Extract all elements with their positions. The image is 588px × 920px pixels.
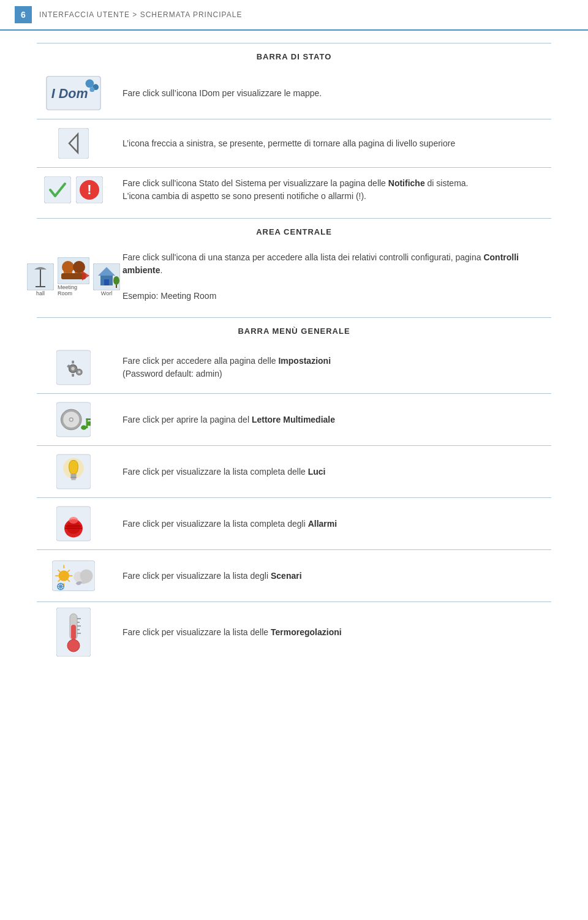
media-player-icon [56, 402, 91, 437]
section-barra-stato: BARRA DI STATO I Dom [37, 43, 551, 212]
svg-point-78 [67, 639, 80, 652]
row-settings: Fare click per accedere alla pagina dell… [37, 342, 551, 394]
svg-point-17 [62, 261, 74, 273]
text-scenari-bold: Scenari [271, 571, 302, 581]
text-settings: Fare click per accedere alla pagina dell… [110, 355, 551, 380]
text-luci-bold: Luci [308, 467, 326, 477]
alert-icon: ! [76, 176, 103, 203]
svg-rect-5 [58, 128, 89, 159]
svg-rect-30 [72, 361, 74, 364]
text-lettore-bold: Lettore Multimediale [252, 415, 335, 424]
row-rooms: hall [37, 243, 551, 311]
page-number: 6 [15, 6, 32, 23]
gear-icon [56, 350, 91, 385]
svg-rect-43 [86, 418, 91, 420]
text-controlli-bold: Controlli ambiente [123, 252, 519, 275]
icon-cell-media [37, 402, 110, 437]
svg-rect-47 [70, 474, 76, 477]
row-idom: I Dom Fare click sull’icona IDom per vis… [37, 67, 551, 119]
icon-cell-settings [37, 350, 110, 385]
text-media: Fare click per aprire la pagina del Lett… [110, 413, 551, 426]
text-rooms: Fare click sull'icona di una stanza per … [110, 251, 551, 303]
arrow-left-icon [58, 128, 89, 159]
svg-point-4 [89, 87, 94, 92]
icon-cell-status: ! [37, 176, 110, 203]
room-icons-container: hall [27, 257, 120, 296]
room-label-hall: hall [36, 290, 45, 296]
main-content: BARRA DI STATO I Dom [0, 31, 588, 687]
svg-point-69 [80, 570, 93, 583]
idom-logo-icon: I Dom [46, 76, 101, 110]
icon-cell-scenarios [37, 559, 110, 593]
icon-cell-rooms: hall [37, 257, 110, 296]
room-icon-meeting: Meeting Room [58, 257, 89, 296]
alarm-siren-icon [56, 507, 91, 541]
svg-text:!: ! [87, 182, 91, 197]
text-status: Fare click sull'icona Stato del Sistema … [110, 177, 551, 203]
row-lights: Fare click per visualizzare la lista com… [37, 446, 551, 498]
scenario-icon [52, 559, 95, 593]
section-title-area-centrale: AREA CENTRALE [37, 218, 551, 243]
row-status: ! Fare click sull'icona Stato del Sistem… [37, 168, 551, 212]
svg-rect-7 [44, 176, 71, 203]
text-notifiche-bold: Notifiche [388, 178, 425, 188]
icon-cell-idom: I Dom [37, 76, 110, 110]
thermometer-icon [56, 611, 91, 654]
checkmark-icon [44, 176, 71, 203]
row-scenarios: Fare click per visualizzare la lista deg… [37, 550, 551, 602]
text-scenarios: Fare click per visualizzare la lista deg… [110, 570, 551, 583]
text-thermostat: Fare click per visualizzare la lista del… [110, 626, 551, 639]
svg-rect-31 [72, 374, 74, 377]
text-allarmi-bold: Allarmi [308, 519, 337, 529]
svg-text:I Dom: I Dom [51, 86, 88, 101]
svg-point-40 [70, 418, 72, 421]
row-thermostat: Fare click per visualizzare la lista del… [37, 602, 551, 662]
row-alarms: Fare click per visualizzare la lista com… [37, 498, 551, 550]
svg-point-35 [78, 371, 80, 374]
room-icons-row: hall [27, 257, 120, 296]
svg-point-54 [69, 517, 78, 524]
svg-rect-49 [71, 478, 75, 480]
light-bulb-icon [56, 454, 91, 489]
room-label-meeting: Meeting Room [58, 284, 89, 296]
section-title-barra-menu: BARRA MENÙ GENERALE [37, 317, 551, 342]
page-header: 6 INTERFACCIA UTENTE > SCHERMATA PRINCIP… [0, 0, 588, 31]
section-area-centrale: AREA CENTRALE [37, 218, 551, 311]
section-title-barra-stato: BARRA DI STATO [37, 43, 551, 67]
breadcrumb: INTERFACCIA UTENTE > SCHERMATA PRINCIPAL… [39, 10, 242, 19]
icon-cell-arrow [37, 128, 110, 159]
svg-point-41 [81, 425, 86, 429]
text-lights: Fare click per visualizzare la lista com… [110, 466, 551, 478]
row-arrow: L’icona freccia a sinistra, se presente,… [37, 119, 551, 168]
icon-cell-alarms [37, 507, 110, 541]
status-icons: ! [44, 176, 103, 203]
row-media: Fare click per aprire la pagina del Lett… [37, 394, 551, 446]
svg-point-18 [73, 261, 85, 273]
svg-point-2 [86, 80, 94, 88]
svg-rect-77 [71, 625, 76, 639]
icon-cell-lights [37, 454, 110, 489]
svg-rect-14 [58, 257, 89, 284]
svg-rect-24 [104, 279, 109, 285]
text-arrow: L’icona freccia a sinistra, se presente,… [110, 137, 551, 150]
text-impostazioni-bold: Impostazioni [278, 356, 331, 366]
room-icon-hall: hall [27, 263, 54, 296]
text-idom: Fare click sull’icona IDom per visualizz… [110, 87, 551, 100]
section-barra-menu: BARRA MENÙ GENERALE [37, 317, 551, 662]
text-alarms: Fare click per visualizzare la lista com… [110, 518, 551, 530]
text-termoregolazioni-bold: Termoregolazioni [271, 627, 342, 637]
icon-cell-thermostat [37, 611, 110, 654]
svg-rect-48 [70, 476, 76, 478]
svg-point-29 [71, 367, 75, 371]
